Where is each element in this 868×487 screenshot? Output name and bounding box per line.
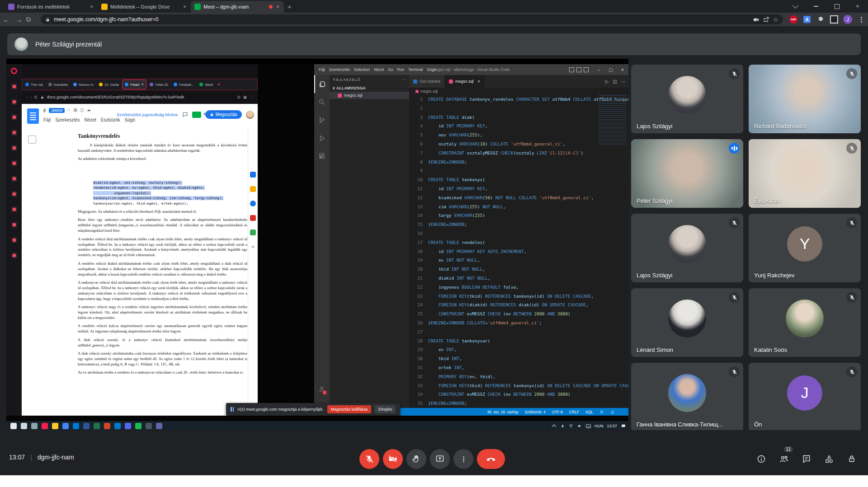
participant-tile[interactable]: Katalin Soós — [749, 288, 861, 357]
opera-tab[interactable]: heizou m — [71, 80, 95, 89]
minimap[interactable] — [599, 95, 627, 145]
opera-tab[interactable]: 12. melle — [97, 80, 121, 89]
taskbar-app-icon[interactable] — [114, 423, 121, 429]
opera-sidebar-icon[interactable] — [11, 206, 17, 212]
doc-title-letter[interactable]: F — [43, 108, 47, 113]
profile-avatar[interactable]: J — [843, 15, 852, 24]
call-info-icon[interactable] — [756, 454, 767, 464]
explorer-icon[interactable] — [314, 75, 330, 93]
window-close-icon[interactable]: × — [847, 0, 868, 13]
tab-get-started[interactable]: Get Started — [409, 75, 445, 88]
notifications-bell-icon[interactable] — [610, 410, 615, 414]
docs-menu-item[interactable]: Szerkesztés — [55, 117, 80, 122]
vscode-restore-icon[interactable]: ▢ — [605, 67, 617, 72]
tab-close-icon[interactable]: × — [182, 4, 187, 10]
extensions-puzzle-icon[interactable] — [816, 15, 825, 24]
hide-sharing-button[interactable]: Elrejtés — [375, 405, 396, 413]
comment-icon[interactable] — [182, 112, 188, 117]
taskbar-app-icon[interactable] — [31, 423, 38, 429]
taskbar-app-icon[interactable] — [146, 423, 152, 429]
vscode-close-icon[interactable]: × — [617, 67, 628, 72]
translate-extension-icon[interactable]: A — [802, 15, 811, 24]
opera-back-icon[interactable]: ‹ — [26, 95, 28, 99]
participant-tile[interactable]: Lajos Szilágyi — [631, 214, 743, 282]
tab-close-icon[interactable]: × — [275, 4, 280, 10]
back-icon[interactable]: ← — [0, 16, 13, 23]
run-query-icon[interactable]: ▷ — [605, 79, 609, 84]
extension-square-icon[interactable] — [830, 15, 839, 24]
opera-sidebar-icon[interactable] — [11, 176, 17, 182]
opera-reload-icon[interactable]: C — [34, 95, 38, 99]
status-item[interactable]: 35. sor, 16. oszlop — [487, 410, 518, 414]
raise-hand-button[interactable] — [406, 449, 426, 469]
star-icon[interactable]: ☆ — [67, 108, 71, 113]
taskbar-app-icon[interactable] — [21, 423, 27, 429]
vscode-menu-item[interactable]: Fájl — [319, 67, 325, 72]
doc-status-info-icon[interactable]: ⓘ — [80, 108, 84, 113]
tray-keyboard-icon[interactable] — [586, 424, 591, 429]
opera-sidebar-icon[interactable] — [11, 191, 17, 197]
tray-mic-icon[interactable] — [560, 424, 565, 429]
opera-tab[interactable]: Koedelta — [46, 80, 71, 89]
bookmark-star-icon[interactable]: ☆ — [773, 16, 778, 23]
tray-clock[interactable]: 13:07 — [607, 424, 617, 428]
opera-tab[interactable]: Meet — [197, 80, 215, 89]
status-item[interactable]: Szóközök: 4 — [524, 410, 545, 414]
vscode-menu-item[interactable]: Run — [397, 67, 405, 72]
opera-tab[interactable]: Tétel.20 — [147, 80, 170, 89]
accounts-icon[interactable] — [314, 380, 330, 398]
status-item[interactable]: CRLF — [569, 410, 579, 414]
vscode-menu-item[interactable]: Nézet — [374, 67, 384, 72]
host-controls-lock-icon[interactable] — [846, 454, 857, 464]
opera-forward-icon[interactable]: › — [30, 95, 32, 99]
present-screen-button[interactable] — [430, 449, 450, 469]
camera-in-use-icon[interactable] — [753, 16, 760, 23]
opera-sidebar-icon[interactable] — [11, 237, 17, 243]
activities-icon[interactable] — [824, 454, 835, 464]
participant-tile[interactable]: J Ön — [749, 363, 861, 431]
opera-tab[interactable]: Felad ✕ — [122, 80, 146, 89]
opera-tab[interactable]: Feladat... — [171, 80, 196, 89]
calendar-icon[interactable] — [250, 172, 256, 178]
breadcrumb[interactable]: megsz.sql — [409, 88, 628, 95]
tab-close-icon[interactable]: × — [478, 79, 480, 84]
opera-logo-icon[interactable] — [11, 68, 17, 74]
window-restore-icon[interactable] — [826, 0, 847, 13]
docs-meet-icon[interactable] — [192, 112, 201, 118]
participant-tile[interactable]: Richárd Badanovics — [749, 65, 861, 133]
explorer-file-megsz[interactable]: megsz.sql — [330, 92, 409, 99]
taskbar-app-icon[interactable] — [156, 423, 162, 429]
tab-close-icon[interactable]: × — [89, 4, 94, 10]
status-item[interactable]: UTF-8 — [552, 410, 563, 414]
tray-network-icon[interactable] — [569, 424, 574, 429]
tray-notifications-icon[interactable] — [621, 424, 626, 429]
opera-tab[interactable]: The nai — [23, 80, 45, 89]
opera-sidebar-icon[interactable] — [11, 114, 17, 120]
taskbar-app-icon[interactable] — [135, 423, 142, 429]
run-debug-icon[interactable] — [314, 129, 330, 147]
share-page-icon[interactable]: ⧉ — [237, 95, 240, 100]
browser-menu-icon[interactable] — [857, 15, 866, 24]
opera-sidebar-icon[interactable] — [11, 253, 17, 258]
vscode-minimize-icon[interactable]: – — [593, 67, 605, 72]
new-tab-button[interactable]: + — [288, 3, 292, 10]
get-addons-plus-icon[interactable]: + — [251, 244, 254, 249]
opera-address-bar[interactable]: ‹ › C docs.google.com/document/d/1RUGzra… — [22, 90, 258, 104]
participant-tile[interactable]: Lajos Szilágyi — [631, 65, 743, 133]
opera-sidebar-icon[interactable] — [11, 99, 17, 105]
maps-icon[interactable] — [250, 229, 256, 235]
window-menu-chevron-icon[interactable] — [785, 0, 806, 13]
stop-sharing-button[interactable]: Megosztás leállítása — [327, 405, 372, 413]
adblock-extension-icon[interactable]: ABP — [789, 15, 798, 24]
split-editor-icon[interactable]: ◫ — [613, 79, 617, 84]
code-area[interactable]: 1CREATE DATABASE tankonyv_rendeles CHARA… — [409, 95, 628, 408]
status-item[interactable]: SQL — [585, 410, 593, 414]
participant-tile[interactable]: Lénárd Simon — [631, 288, 743, 357]
opera-sidebar-icon[interactable] — [11, 84, 17, 89]
explorer-folder[interactable]: ∨ ALLAMVIZSGA — [330, 84, 409, 92]
reload-icon[interactable] — [25, 16, 38, 23]
tasks-icon[interactable] — [250, 201, 256, 206]
taskbar-app-icon[interactable] — [10, 423, 17, 429]
keep-icon[interactable] — [250, 186, 256, 192]
tray-chevron-icon[interactable] — [552, 424, 557, 429]
